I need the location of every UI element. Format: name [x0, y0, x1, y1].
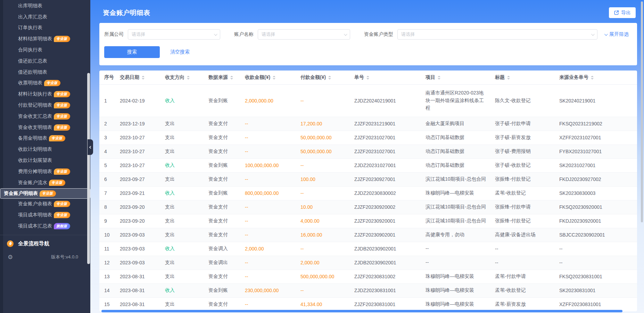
table-cell: 张子硕-费用报销	[490, 145, 554, 158]
table-cell: 1	[99, 84, 115, 117]
sidebar-item[interactable]: 资金收支明细表专业版	[0, 122, 88, 133]
table-row[interactable]: 62023-09-27支出资金支付--100.00ZJZF20230927001…	[99, 172, 637, 186]
table-cell: --	[240, 270, 296, 283]
sort-icon[interactable]	[591, 76, 594, 80]
table-cell: --	[240, 256, 296, 270]
column-header[interactable]: 单号	[349, 71, 421, 84]
column-header[interactable]: 来源业务单号	[554, 71, 634, 84]
sidebar-item[interactable]: 收票明细表专业版	[0, 78, 88, 89]
vertical-scrollbar[interactable]	[641, 1, 643, 222]
sidebar-item[interactable]: 借还款明细表	[0, 67, 88, 78]
edition-badge: 专业版	[54, 168, 70, 175]
table-row[interactable]: 82023-09-20支出资金支付--10.00ZJZF20230920002滨…	[99, 200, 637, 214]
sidebar-item[interactable]: 收款计划明细表	[0, 144, 88, 155]
sidebar-item[interactable]: 费用分摊明细表专业版	[0, 166, 88, 177]
table-cell: ZJZF20231027001	[349, 145, 421, 158]
table-cell: 800,000,000.00	[240, 186, 296, 200]
table-row[interactable]: 72023-09-21收入资金到账800,000,000.00--ZJDZ202…	[99, 186, 637, 200]
table-cell: XZFF20231027001	[554, 131, 634, 145]
table-header-row: 序号交易日期收支方向数据来源收款金额(¥)付款金额(¥)单号项目标题来源业务单号…	[99, 71, 637, 84]
expand-filters-link[interactable]: 展开筛选	[604, 31, 629, 38]
sort-icon[interactable]	[328, 76, 331, 80]
table-row[interactable]: 102023-09-03支出资金支付--16,000.00ZJZF2023090…	[99, 228, 637, 242]
table-row[interactable]: 122023-09-03支出资金调出--2,000.00ZJDB20230902…	[99, 256, 637, 270]
column-header[interactable]: 标题	[490, 71, 554, 84]
filter-select[interactable]: 请选择	[128, 29, 220, 40]
table-cell: 500,000,000.00	[296, 270, 349, 283]
sort-icon[interactable]	[438, 76, 440, 80]
column-header[interactable]: 数据来源	[204, 71, 240, 84]
sidebar-item[interactable]: 材料结算明细表专业版	[0, 33, 88, 44]
clear-search-link[interactable]: 清空搜索	[170, 49, 190, 55]
column-header[interactable]: 交易日期	[115, 71, 160, 84]
column-header[interactable]: 收支方向	[160, 71, 204, 84]
table-cell: 支出	[160, 256, 204, 270]
sidebar-item[interactable]: 资金收支汇总表专业版	[0, 111, 88, 122]
table-cell: FKSQ20231219002	[554, 117, 634, 131]
sort-icon[interactable]	[366, 76, 369, 80]
edition-badge: 专业版	[49, 135, 65, 141]
sort-icon[interactable]	[273, 76, 275, 80]
table-cell: 付款申请	[634, 200, 637, 214]
column-header[interactable]: 收款金额(¥)	[240, 71, 296, 84]
table-cell: 230,000,000.00	[240, 283, 296, 297]
filter-select[interactable]: 请选择	[258, 29, 350, 40]
sort-icon[interactable]	[142, 76, 145, 80]
table-row[interactable]: 142023-08-31收入资金到账230,000,000.00--ZJDZ20…	[99, 283, 637, 297]
table-cell: --	[296, 186, 349, 200]
sidebar-item-label: 项目成本汇总表	[18, 223, 52, 229]
sidebar-scrollbar[interactable]	[87, 73, 90, 264]
sort-icon[interactable]	[230, 76, 233, 80]
table-row[interactable]: 52023-10-27收入资金到账100,000,000.00--ZJDZ202…	[99, 158, 637, 172]
table-cell: 5	[99, 158, 115, 172]
sidebar-item[interactable]: 备用金明细表专业版	[0, 133, 88, 144]
filter-select[interactable]: 请选择	[397, 29, 597, 40]
sort-icon[interactable]	[507, 76, 510, 80]
sidebar-item-label: 费用分摊明细表	[18, 168, 52, 175]
sidebar-item[interactable]: 材料计划执行表专业版	[0, 89, 88, 100]
table-cell: ZJZF20230920002	[349, 200, 421, 214]
sidebar-item[interactable]: 项目成本明细表专业版	[0, 209, 88, 221]
sidebar-item-panorama-navigation[interactable]: 全景流程导航	[0, 237, 90, 250]
sidebar-collapse-button[interactable]	[88, 139, 93, 155]
gear-icon[interactable]: ⚙	[8, 254, 13, 261]
table-row[interactable]: 32023-10-27支出资金支付--50,000,000.00ZJZF2023…	[99, 131, 637, 145]
sidebar-item-label: 资金收支明细表	[18, 124, 52, 131]
sidebar-item[interactable]: 资金账户流水专业版	[0, 177, 88, 188]
sidebar-item[interactable]: 资金账户明细表专业版	[0, 188, 90, 199]
table-cell: --	[240, 200, 296, 214]
table-cell: 2023-08-31	[115, 283, 160, 297]
sidebar-item[interactable]: 出库明细表	[0, 0, 88, 11]
column-header[interactable]: 单据类型	[634, 71, 637, 84]
sidebar-item[interactable]: 付款登记明细表专业版	[0, 100, 88, 111]
table-row[interactable]: 42023-10-27支出资金支付--50,000,000.00ZJZF2023…	[99, 145, 637, 158]
table-cell: --	[240, 145, 296, 158]
table-cell: 资金到账	[204, 84, 240, 117]
table-row[interactable]: 12024-02-19收入资金到账2,000,000.00--ZJDZ20240…	[99, 84, 637, 117]
sidebar-item[interactable]: 收款计划展望表	[0, 155, 88, 166]
table-cell: 资金支付	[204, 145, 240, 158]
sidebar-item[interactable]: 资金账户余额表专业版	[0, 199, 88, 210]
table-cell: 支出	[160, 172, 204, 186]
sidebar-menu: 出库明细表出入库汇总表订单执行表材料结算明细表专业版合同执行表借还款汇总表借还款…	[0, 0, 88, 232]
sidebar-item[interactable]: 合同执行表	[0, 44, 88, 56]
column-header[interactable]: 项目	[421, 71, 490, 84]
table-cell: 6	[99, 172, 115, 186]
table-row[interactable]: 112023-09-03收入资金调入2,000.00--ZJDB20230902…	[99, 242, 637, 256]
table-row[interactable]: 92023-09-20支出资金支付--4,000.00ZJZF202309200…	[99, 214, 637, 228]
table-cell: --	[421, 242, 490, 256]
horizontal-scrollbar[interactable]	[101, 310, 622, 312]
sidebar-item[interactable]: 出入库汇总表	[0, 11, 88, 23]
column-header[interactable]: 付款金额(¥)	[296, 71, 349, 84]
table-row[interactable]: 132023-08-31支出资金支付--500,000,000.00ZJZF20…	[99, 270, 637, 283]
table-cell: --	[240, 228, 296, 242]
sidebar-item[interactable]: 借还款汇总表	[0, 56, 88, 67]
export-button[interactable]: 导出	[609, 7, 636, 18]
search-button[interactable]: 搜索	[104, 46, 160, 58]
table-row[interactable]: 22023-12-19支出资金支付--17,200.00ZJZF20231219…	[99, 117, 637, 131]
sidebar-item[interactable]: 订单执行表	[0, 23, 88, 34]
sort-icon[interactable]	[187, 76, 190, 80]
table-row[interactable]: 152023-08-31支出资金支付--41,334.00ZJZF2023083…	[99, 297, 637, 311]
table-cell: 孟苇-薪资发放	[490, 297, 554, 311]
sidebar-item[interactable]: 项目成本汇总表旗舰版	[0, 221, 88, 232]
